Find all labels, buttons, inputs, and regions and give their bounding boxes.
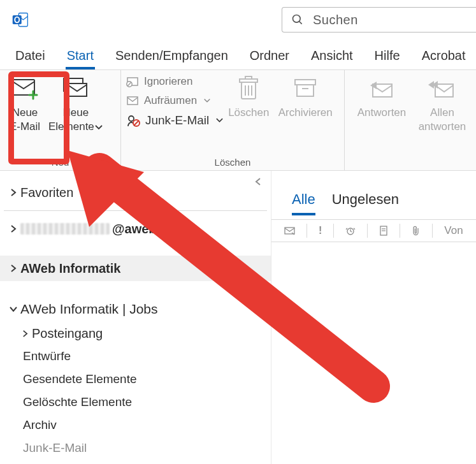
- folder-pane: Favoriten @aweb.ch AWeb Informatik AWeb …: [0, 171, 271, 464]
- sent-folder[interactable]: Gesendete Elemente: [0, 368, 271, 391]
- drafts-label: Entwürfe: [23, 349, 71, 363]
- ignore-button[interactable]: Ignorieren: [126, 75, 224, 88]
- cleanup-button[interactable]: Aufräumen: [126, 94, 224, 107]
- tab-hilfe[interactable]: Hilfe: [373, 48, 401, 69]
- new-items-label1: Neue: [63, 106, 89, 120]
- filter-tab-ungelesen[interactable]: Ungelesen: [332, 191, 399, 215]
- chevron-down-icon: [215, 117, 224, 124]
- trash-icon: [236, 75, 261, 102]
- junk-folder-label: Junk-E-Mail: [23, 441, 87, 455]
- svg-rect-27: [435, 84, 453, 97]
- reply-all-label2: antworten: [419, 120, 466, 134]
- archive-label: Archivieren: [278, 106, 333, 120]
- svg-rect-9: [68, 83, 87, 96]
- sent-label: Gesendete Elemente: [23, 372, 137, 386]
- svg-point-14: [129, 116, 134, 121]
- attachment-column-icon[interactable]: [412, 226, 421, 236]
- new-email-button[interactable]: Neue E-Mail: [5, 71, 45, 134]
- reminder-column-icon[interactable]: [345, 226, 356, 236]
- ignore-label: Ignorieren: [144, 75, 193, 88]
- search-input[interactable]: Suchen: [282, 7, 476, 33]
- tab-acrobat[interactable]: Acrobat: [421, 48, 467, 69]
- delete-button[interactable]: Löschen: [224, 71, 273, 120]
- chevron-right-icon: [19, 330, 31, 338]
- junk-folder[interactable]: Junk-E-Mail: [0, 437, 271, 460]
- ribbon-tabstrip: Datei Start Senden/Empfangen Ordner Ansi…: [0, 40, 476, 70]
- reply-icon: [368, 75, 396, 102]
- drafts-folder[interactable]: Entwürfe: [0, 345, 271, 368]
- account-suffix: @aweb.ch: [112, 222, 175, 236]
- envelope-column-icon[interactable]: [284, 226, 295, 235]
- cleanup-label: Aufräumen: [144, 94, 197, 107]
- svg-rect-24: [297, 85, 314, 96]
- aweb-jobs-header[interactable]: AWeb Informatik | Jobs: [0, 296, 271, 322]
- inbox-folder[interactable]: Posteingang: [0, 322, 271, 345]
- account-redacted: [20, 223, 110, 235]
- reply-all-label1: Allen: [430, 106, 454, 120]
- icon-column-icon[interactable]: [379, 226, 388, 236]
- deleted-label: Gelöschte Elemente: [23, 395, 132, 409]
- svg-rect-23: [295, 80, 315, 85]
- tab-ansicht[interactable]: Ansicht: [310, 48, 354, 69]
- cleanup-icon: [126, 95, 139, 106]
- reply-all-icon: [428, 75, 457, 102]
- reply-label: Antworten: [357, 106, 407, 120]
- junk-label: Junk-E-Mail: [145, 113, 209, 127]
- archive-icon: [292, 75, 318, 102]
- archive-folder[interactable]: Archiv: [0, 414, 271, 437]
- junk-button[interactable]: Junk-E-Mail: [126, 113, 224, 127]
- favorites-label: Favoriten: [20, 185, 73, 200]
- outlook-logo-icon: [11, 11, 29, 29]
- chevron-right-icon: [8, 224, 19, 233]
- tab-ordner[interactable]: Ordner: [249, 48, 291, 69]
- chevron-right-icon: [8, 188, 19, 197]
- ribbon-group-loeschen-caption: Löschen: [126, 157, 339, 170]
- svg-line-4: [299, 22, 302, 24]
- aweb-informatik-header[interactable]: AWeb Informatik: [0, 256, 271, 281]
- mail-stack-icon: [62, 75, 90, 102]
- svg-rect-22: [245, 76, 252, 79]
- new-email-label1: Neue: [12, 106, 38, 120]
- tab-datei[interactable]: Datei: [14, 48, 47, 69]
- chevron-down-icon: [203, 98, 211, 104]
- aweb-jobs-label: AWeb Informatik | Jobs: [20, 301, 158, 317]
- importance-column-icon[interactable]: !: [319, 225, 322, 236]
- deleted-folder[interactable]: Gelöschte Elemente: [0, 391, 271, 414]
- new-email-label2: E-Mail: [10, 120, 40, 134]
- ribbon: Neue E-Mail Neue Elemente: [0, 70, 476, 171]
- delete-label: Löschen: [228, 106, 269, 120]
- mail-new-icon: [11, 75, 39, 102]
- account-header[interactable]: @aweb.ch: [0, 217, 271, 240]
- search-placeholder: Suchen: [313, 13, 358, 27]
- new-items-label2: Elemente: [48, 120, 103, 134]
- chevron-down-icon: [8, 305, 19, 313]
- svg-line-31: [350, 231, 352, 232]
- tab-start[interactable]: Start: [66, 48, 95, 69]
- svg-point-3: [293, 15, 301, 23]
- archive-button[interactable]: Archivieren: [273, 71, 337, 120]
- search-icon: [291, 13, 304, 26]
- collapse-pane-icon[interactable]: [254, 177, 262, 189]
- svg-rect-5: [13, 80, 34, 95]
- tab-senden[interactable]: Senden/Empfangen: [114, 48, 229, 69]
- message-filter-tabs: Alle Ungelesen: [271, 191, 476, 215]
- new-items-button[interactable]: Neue Elemente: [45, 71, 107, 134]
- ignore-icon: [126, 76, 139, 87]
- junk-icon: [126, 114, 140, 127]
- filter-tab-alle[interactable]: Alle: [292, 191, 315, 215]
- reply-button[interactable]: Antworten: [350, 71, 414, 120]
- ribbon-group-neu-caption: Neu: [5, 157, 115, 170]
- from-column-header[interactable]: Von: [444, 224, 463, 237]
- message-list-pane: Alle Ungelesen ! Von: [271, 171, 476, 464]
- reply-all-button[interactable]: Allen antworten: [414, 71, 471, 134]
- svg-rect-13: [127, 97, 138, 105]
- archive-folder-label: Archiv: [23, 418, 57, 432]
- aweb-informatik-label: AWeb Informatik: [20, 261, 120, 276]
- chevron-right-icon: [8, 264, 19, 273]
- favorites-header[interactable]: Favoriten: [0, 178, 271, 207]
- inbox-label: Posteingang: [32, 326, 103, 341]
- chevron-down-icon: [94, 124, 103, 131]
- message-columns-bar: ! Von: [271, 219, 476, 242]
